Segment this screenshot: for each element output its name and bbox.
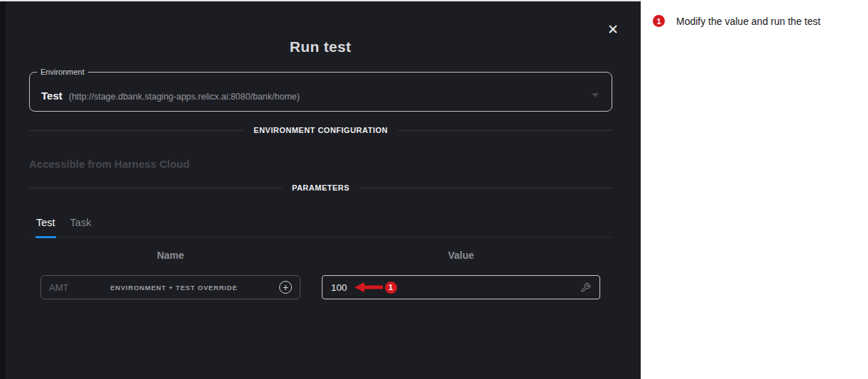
parameters-divider: PARAMETERS (29, 183, 612, 192)
divider-line (359, 188, 612, 188)
divider-line (29, 188, 282, 188)
parameter-name-text: AMT (49, 282, 68, 293)
screen: ✕ Run test Environment Test (http://stag… (0, 0, 868, 379)
annotation-badge-1: 1 (653, 15, 665, 27)
environment-label: Environment (37, 68, 88, 76)
parameter-value-field[interactable]: 100 1 (322, 275, 600, 299)
environment-configuration-divider: ENVIRONMENT CONFIGURATION (29, 126, 612, 134)
annotation-text: Modify the value and run the test (676, 14, 820, 27)
divider-line (398, 130, 612, 131)
parameters-heading: PARAMETERS (292, 183, 349, 192)
column-header-name: Name (40, 250, 300, 261)
parameters-tabbar: Test Task (29, 211, 612, 237)
environment-select[interactable]: Environment Test (http://stage.dbank.sta… (29, 68, 612, 112)
backdrop-left-strip (0, 0, 6, 379)
annotation-item: 1 Modify the value and run the test (653, 14, 820, 27)
divider-line (29, 130, 244, 131)
environment-selected-value: Test (http://stage.dbank.staging-apps.re… (41, 90, 300, 102)
backdrop-top-strip (0, 0, 641, 1)
annotation-arrow-icon (354, 282, 383, 292)
parameter-name-field[interactable]: AMT ENVIRONMENT + TEST OVERRIDE + (40, 275, 300, 299)
environment-configuration-heading: ENVIRONMENT CONFIGURATION (254, 126, 388, 134)
dialog-title: Run test (0, 38, 641, 55)
environment-url: (http://stage.dbank.staging-apps.relicx.… (69, 92, 300, 102)
wrench-icon[interactable] (580, 282, 591, 293)
override-badge: ENVIRONMENT + TEST OVERRIDE (68, 284, 279, 292)
tab-test[interactable]: Test (36, 217, 55, 237)
tab-task[interactable]: Task (70, 217, 92, 237)
run-test-dialog: ✕ Run test Environment Test (http://stag… (0, 0, 641, 379)
annotation-badge-1: 1 (385, 282, 397, 294)
harness-cloud-note: Accessible from Harness Cloud (29, 158, 190, 170)
close-icon[interactable]: ✕ (602, 18, 624, 40)
chevron-down-icon[interactable] (592, 93, 599, 97)
parameter-value-text: 100 (331, 282, 347, 293)
add-parameter-icon[interactable]: + (279, 281, 292, 294)
annotation-panel: 1 Modify the value and run the test (641, 0, 868, 379)
column-header-value: Value (322, 250, 600, 261)
environment-name: Test (41, 90, 63, 102)
